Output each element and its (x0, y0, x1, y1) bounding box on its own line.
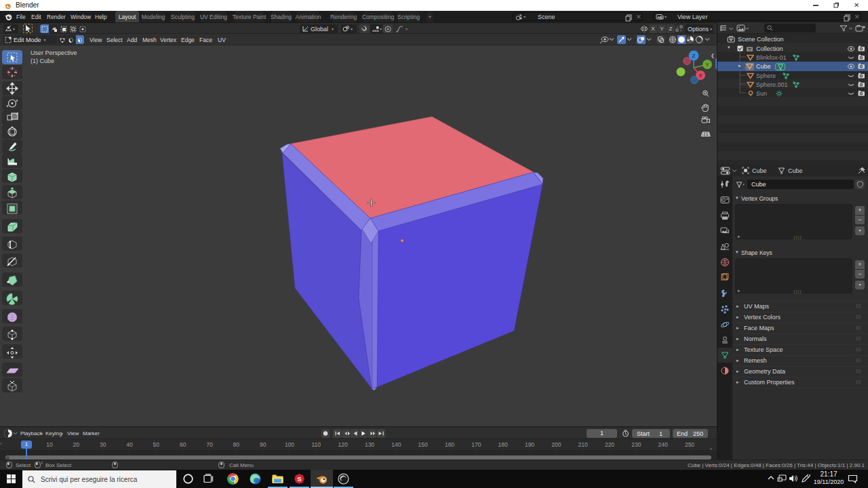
svg-text:130: 130 (365, 441, 374, 448)
svg-text:50: 50 (153, 441, 160, 448)
svg-text:150: 150 (418, 441, 428, 448)
svg-text:140: 140 (391, 441, 401, 448)
svg-text:200: 200 (551, 441, 561, 448)
svg-text:230: 230 (631, 441, 641, 448)
svg-text:240: 240 (658, 441, 668, 448)
svg-text:110: 110 (312, 441, 321, 448)
svg-text:30: 30 (100, 441, 106, 448)
svg-text:220: 220 (605, 441, 614, 448)
svg-text:170: 170 (471, 441, 481, 448)
svg-text:180: 180 (498, 441, 508, 448)
svg-text:160: 160 (445, 441, 454, 448)
svg-text:210: 210 (578, 441, 588, 448)
svg-text:100: 100 (285, 441, 294, 448)
svg-text:20: 20 (73, 441, 80, 448)
svg-text:60: 60 (180, 441, 186, 448)
svg-text:250: 250 (685, 441, 694, 448)
svg-text:190: 190 (525, 441, 534, 448)
svg-text:S: S (297, 475, 301, 483)
svg-text:40: 40 (126, 441, 133, 448)
svg-text:10: 10 (46, 441, 53, 448)
svg-text:80: 80 (233, 441, 240, 448)
svg-text:90: 90 (260, 441, 267, 448)
svg-text:120: 120 (338, 441, 348, 448)
svg-text:70: 70 (206, 441, 213, 448)
